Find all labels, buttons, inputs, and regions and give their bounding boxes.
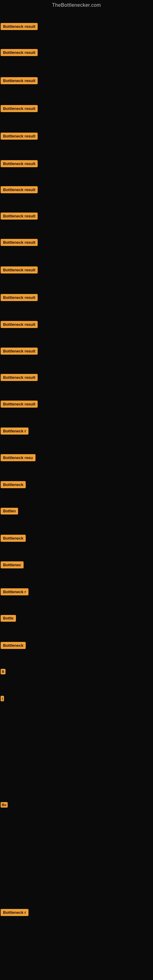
bottleneck-badge[interactable]: Bottleneck result [1, 49, 38, 56]
bottleneck-badge[interactable]: Bottlen [1, 508, 18, 514]
bottleneck-item: Bottleneck result [1, 105, 38, 112]
bottleneck-badge[interactable]: Bottleneck result [1, 23, 38, 30]
bottleneck-badge[interactable]: Bottleneck result [1, 348, 38, 355]
bottleneck-badge[interactable]: | [1, 696, 4, 701]
bottleneck-item: Bottlenec [1, 562, 24, 568]
bottleneck-badge[interactable]: Bottleneck resu [1, 454, 35, 461]
bottleneck-item: Bottleneck r [1, 588, 29, 595]
bottleneck-item: Bottleneck result [1, 348, 38, 355]
bottleneck-badge[interactable]: Bottleneck result [1, 186, 38, 193]
bottleneck-item: Bottleneck result [1, 49, 38, 56]
bottleneck-badge[interactable]: Bottleneck result [1, 374, 38, 381]
bottleneck-badge[interactable]: Bottleneck r [1, 428, 29, 434]
bottleneck-item: Bottleneck result [1, 133, 38, 140]
bottleneck-item: Bottleneck result [1, 266, 38, 274]
bottleneck-item: Bottleneck result [1, 213, 38, 220]
bottleneck-item: Bo [1, 802, 8, 808]
bottleneck-item: Bottleneck [1, 481, 26, 488]
bottleneck-badge[interactable]: Bottle [1, 615, 16, 622]
bottleneck-badge[interactable]: Bottleneck result [1, 77, 38, 84]
bottleneck-item: Bottleneck result [1, 23, 38, 30]
bottleneck-item: | [1, 695, 4, 701]
bottleneck-item: Bottleneck resu [1, 454, 35, 461]
bottleneck-item: Bottleneck result [1, 239, 38, 246]
bottleneck-item: Bottleneck result [1, 321, 38, 328]
bottleneck-item: Bottleneck [1, 642, 26, 649]
bottleneck-badge[interactable]: Bottleneck result [1, 266, 38, 274]
bottleneck-badge[interactable]: Bottleneck result [1, 239, 38, 246]
bottleneck-item: Bottleneck [1, 535, 26, 542]
bottleneck-badge[interactable]: Bottleneck result [1, 160, 38, 167]
bottleneck-badge[interactable]: Bottleneck r [1, 588, 29, 595]
bottleneck-badge[interactable]: Bottleneck r [1, 909, 29, 916]
bottleneck-item: Bottleneck result [1, 401, 38, 407]
site-title: TheBottlenecker.com [0, 0, 153, 12]
bottleneck-badge[interactable]: B [1, 669, 5, 675]
bottleneck-item: Bottleneck result [1, 186, 38, 193]
bottleneck-item: Bottle [1, 615, 16, 622]
bottleneck-badge[interactable]: Bottleneck result [1, 105, 38, 112]
bottleneck-badge[interactable]: Bottleneck result [1, 401, 38, 407]
bottleneck-badge[interactable]: Bottleneck result [1, 294, 38, 301]
bottleneck-item: Bottleneck r [1, 428, 29, 434]
bottleneck-item: Bottlen [1, 508, 18, 514]
bottleneck-item: Bottleneck result [1, 77, 38, 84]
bottleneck-badge[interactable]: Bottleneck result [1, 133, 38, 140]
bottleneck-badge[interactable]: Bottleneck result [1, 213, 38, 220]
bottleneck-badge[interactable]: Bo [1, 802, 8, 808]
bottleneck-badge[interactable]: Bottleneck [1, 642, 26, 649]
bottleneck-badge[interactable]: Bottleneck [1, 481, 26, 488]
bottleneck-item: Bottleneck result [1, 160, 38, 167]
bottleneck-badge[interactable]: Bottlenec [1, 562, 24, 568]
bottleneck-badge[interactable]: Bottleneck [1, 535, 26, 542]
bottleneck-badge[interactable]: Bottleneck result [1, 321, 38, 328]
bottleneck-item: Bottleneck result [1, 294, 38, 301]
bottleneck-item: Bottleneck r [1, 909, 29, 916]
bottleneck-item: Bottleneck result [1, 374, 38, 381]
bottleneck-item: B [1, 668, 5, 675]
